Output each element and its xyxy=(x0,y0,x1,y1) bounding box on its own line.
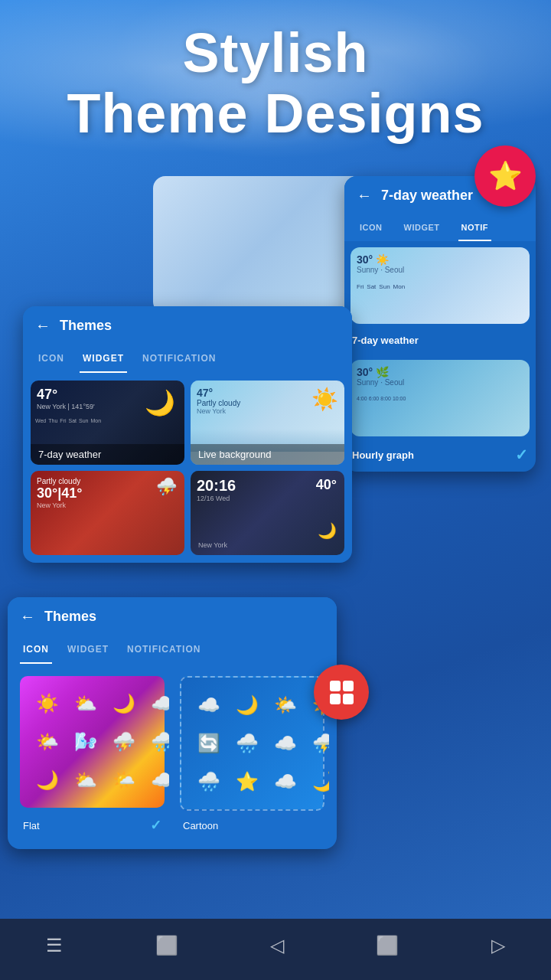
cartoon-theme-block[interactable]: ☁️ 🌙 🌤️ ☀️ 🔄 🌧️ ☁️ ⛈️ 🌧️ ⭐ ☁️ 🌙 Cartoon xyxy=(175,671,329,841)
panel-back-title: 7-day weather xyxy=(381,188,473,204)
flat-icon-5: 🌤️ xyxy=(31,725,64,759)
panel-mid-tabs: ICON WIDGET NOTIFICATION xyxy=(23,345,352,373)
flat-icon-7: ⛈️ xyxy=(107,725,141,759)
hero-title: Stylish Theme Designs xyxy=(0,23,551,144)
cartoon-icon-7: ☁️ xyxy=(269,727,302,760)
panel-bottom-title: Themes xyxy=(44,609,96,625)
cartoon-icon-9: 🌧️ xyxy=(192,765,226,799)
flat-icon-grid: ☀️ ⛅ 🌙 ☁️ 🌤️ 🌬️ ⛈️ 🌧️ 🌙 ⛅ 🌤️ ☁️ xyxy=(24,681,160,803)
tab-icon-mid[interactable]: ICON xyxy=(35,345,67,373)
nav-home[interactable]: ⬜ xyxy=(155,935,178,956)
flat-icon-6: 🌬️ xyxy=(69,725,103,759)
tab-widget-bottom[interactable]: WIDGET xyxy=(64,636,112,664)
flat-icon-8: 🌧️ xyxy=(145,725,169,759)
thunder-loc: New York xyxy=(37,501,178,509)
theme-cards-grid: 47° New York | 141°59' 🌙 WedThuFriSatSun… xyxy=(23,373,352,563)
flat-icon-12: ☁️ xyxy=(145,763,169,797)
navigation-bar: ☰ ⬜ ◁ ⬜ ▷ xyxy=(0,919,551,980)
cartoon-icon-12: 🌙 xyxy=(307,765,329,799)
flat-icon-9: 🌙 xyxy=(31,763,64,797)
star-badge[interactable]: ⭐ xyxy=(474,145,536,207)
nav-recents[interactable]: ⬜ xyxy=(376,935,399,956)
check-icon: ✓ xyxy=(515,446,528,464)
notification-panel: ← 7-day weather ICON WIDGET NOTIF 30° ☀️… xyxy=(344,176,536,472)
theme-card-dark[interactable]: 20:16 12/16 Wed 40° 🌙 New York xyxy=(191,471,344,555)
panel-mid-title: Themes xyxy=(60,318,112,334)
flat-theme-name: Flat xyxy=(23,820,40,831)
flat-theme-footer: Flat ✓ xyxy=(15,812,169,841)
tab-widget-back[interactable]: WIDGET xyxy=(401,215,443,241)
flat-icon-10: ⛅ xyxy=(69,763,103,797)
theme-card-night[interactable]: 47° New York | 141°59' 🌙 WedThuFriSatSun… xyxy=(31,381,184,465)
back-icon: ◁ xyxy=(270,935,284,956)
home-icon: ⬜ xyxy=(155,935,178,956)
back-arrow-mid[interactable]: ← xyxy=(35,317,51,335)
panel-bottom-tabs: ICON WIDGET NOTIFICATION xyxy=(8,636,337,664)
flat-icon-11: 🌤️ xyxy=(107,763,141,797)
flat-icon-2: ⛅ xyxy=(69,687,103,720)
tab-notification-back[interactable]: NOTIF xyxy=(458,215,492,241)
themes-widget-panel: ← Themes ICON WIDGET NOTIFICATION 47° Ne… xyxy=(23,306,352,563)
sun-icon: ☀️ xyxy=(311,387,338,412)
flat-theme-preview: ☀️ ⛅ 🌙 ☁️ 🌤️ 🌬️ ⛈️ 🌧️ 🌙 ⛅ 🌤️ ☁️ xyxy=(20,676,165,808)
menu-icon: ☰ xyxy=(46,935,63,956)
dark-loc-text: New York xyxy=(198,541,227,549)
nav-menu[interactable]: ☰ xyxy=(46,935,63,956)
cartoon-icon-5: 🔄 xyxy=(192,727,226,760)
flat-icon-4: ☁️ xyxy=(145,687,169,720)
dark-date: 12/16 Wed xyxy=(197,495,338,502)
cartoon-icon-8: ⛈️ xyxy=(307,727,329,760)
back-arrow-bottom[interactable]: ← xyxy=(20,608,35,626)
weather-card-7day-back: 30° ☀️ Sunny · Seoul FriSatSunMon xyxy=(350,247,530,324)
cartoon-icon-6: 🌧️ xyxy=(230,727,264,760)
hourly-card-footer: Hourly graph ✓ xyxy=(344,443,536,472)
flat-icon-1: ☀️ xyxy=(31,687,64,720)
cartoon-theme-preview: ☁️ 🌙 🌤️ ☀️ 🔄 🌧️ ☁️ ⛈️ 🌧️ ⭐ ☁️ 🌙 xyxy=(180,676,324,811)
nav-back[interactable]: ◁ xyxy=(270,935,284,956)
panel-bottom-header: ← Themes xyxy=(8,597,337,636)
tab-icon-back[interactable]: ICON xyxy=(357,215,386,241)
card-label-7day-back: 7-day weather xyxy=(344,330,536,354)
panel-back-tabs: ICON WIDGET NOTIF xyxy=(344,215,536,241)
forward-icon: ▷ xyxy=(491,935,505,956)
nav-forward[interactable]: ▷ xyxy=(491,935,505,956)
hero-line2: Theme Designs xyxy=(0,83,551,144)
dark-loc: 🌙 xyxy=(318,521,337,540)
dark-temp: 40° xyxy=(316,477,337,493)
cartoon-icon-grid: ☁️ 🌙 🌤️ ☀️ 🔄 🌧️ ☁️ ⛈️ 🌧️ ⭐ ☁️ 🌙 xyxy=(186,682,318,805)
cartoon-icon-1: ☁️ xyxy=(192,688,226,722)
cartoon-theme-footer: Cartoon xyxy=(175,815,329,839)
fab-grid-button[interactable] xyxy=(314,665,369,720)
moon-icon: 🌙 xyxy=(145,388,175,417)
theme-card-thunder[interactable]: Partly cloudy 30°|41° New York ⛈️ xyxy=(31,471,184,555)
star-icon: ⭐ xyxy=(488,160,523,192)
icon-themes-panel: ← Themes ICON WIDGET NOTIFICATION ☀️ ⛅ 🌙… xyxy=(8,597,337,849)
live-card-label: Live background xyxy=(191,444,344,465)
thunder-icon: ⛈️ xyxy=(156,477,177,497)
cartoon-icon-10: ⭐ xyxy=(230,765,264,799)
theme-card-live[interactable]: 47° Partly cloudy New York ☀️ Live backg… xyxy=(191,381,344,465)
weather-card-hourly: 30° 🌿 Sunny · Seoul 4:006:008:0010:00 xyxy=(350,360,530,436)
icon-theme-pair: ☀️ ⛅ 🌙 ☁️ 🌤️ 🌬️ ⛈️ 🌧️ 🌙 ⛅ 🌤️ ☁️ Flat ✓ xyxy=(8,664,337,849)
cartoon-icon-2: 🌙 xyxy=(230,688,264,722)
cartoon-icon-11: ☁️ xyxy=(269,765,302,799)
tab-icon-bottom[interactable]: ICON xyxy=(20,636,52,664)
tab-widget-mid[interactable]: WIDGET xyxy=(80,345,127,373)
flat-icon-3: 🌙 xyxy=(107,687,141,720)
decorative-panel xyxy=(153,176,367,314)
flat-theme-block[interactable]: ☀️ ⛅ 🌙 ☁️ 🌤️ 🌬️ ⛈️ 🌧️ 🌙 ⛅ 🌤️ ☁️ Flat ✓ xyxy=(15,671,169,841)
cartoon-theme-name: Cartoon xyxy=(183,820,218,831)
recents-icon: ⬜ xyxy=(376,935,399,956)
back-arrow-icon[interactable]: ← xyxy=(357,187,372,204)
flat-check-icon: ✓ xyxy=(150,817,161,834)
hourly-label: Hourly graph xyxy=(352,449,414,461)
tab-notification-mid[interactable]: NOTIFICATION xyxy=(139,345,219,373)
tab-notification-bottom[interactable]: NOTIFICATION xyxy=(124,636,204,664)
night-card-label: 7-day weather xyxy=(31,444,184,465)
cartoon-icon-3: 🌤️ xyxy=(269,688,302,722)
fab-grid-icon xyxy=(330,681,354,704)
hero-line1: Stylish xyxy=(0,23,551,83)
panel-mid-header: ← Themes xyxy=(23,306,352,345)
